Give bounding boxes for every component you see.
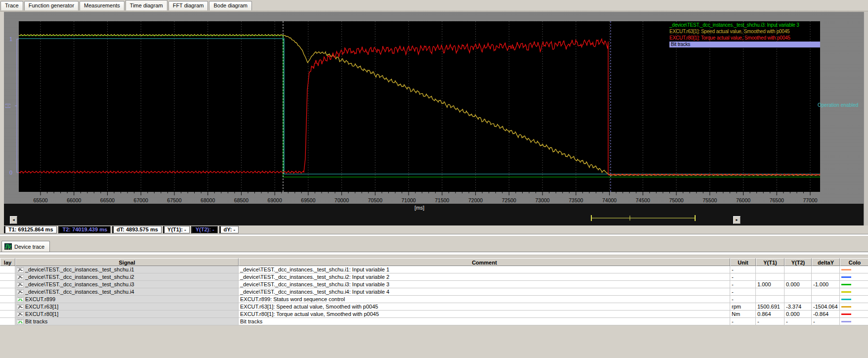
yt1-cell <box>756 288 785 295</box>
color-cell <box>840 273 868 280</box>
column-header-y(t2)[interactable]: Y(T2) <box>785 258 812 266</box>
color-cell <box>840 296 868 303</box>
table-row[interactable]: EXCUT.r63[1]EXCUT.r63[1]: Speed actual v… <box>0 303 868 311</box>
scroll-right-button[interactable]: ► <box>733 216 741 224</box>
deltay-cell: -0.864 <box>812 311 840 317</box>
readout-t2[interactable]: T2: 74019.439 ms <box>58 226 111 233</box>
tab-time-diagram[interactable]: Time diagram <box>125 0 167 10</box>
x-tick-label: 76500 <box>764 197 789 203</box>
tab-fft-diagram[interactable]: FFT diagram <box>168 1 208 10</box>
x-tick-label: 74000 <box>597 197 622 203</box>
tab-trace[interactable]: Trace <box>0 1 23 10</box>
cursor-readout-bar: T1: 69125.864 msT2: 74019.439 msdT: 4893… <box>0 225 868 233</box>
color-cell <box>840 311 868 317</box>
readout-yt2[interactable]: Y(T2): - <box>191 226 218 233</box>
comment-cell: EXCUT.r80[1]: Torque actual value, Smoot… <box>239 311 730 317</box>
device-trace-tab-label: Device trace <box>14 244 44 250</box>
device-trace-tab[interactable]: Device trace <box>1 241 50 252</box>
signal-cell: Bit tracks <box>15 318 239 325</box>
signal-cell: EXCUT.r63[1] <box>15 303 239 310</box>
table-row[interactable]: EXCUT.r80[1]EXCUT.r80[1]: Torque actual … <box>0 311 868 318</box>
deltay-cell <box>812 273 840 280</box>
yt2-cell: 0.000 <box>785 311 812 317</box>
unit-cell: - <box>730 273 756 280</box>
color-cell <box>840 318 868 325</box>
yt2-cell: - <box>785 318 812 325</box>
signal-cell: EXCUT.r80[1] <box>15 311 239 317</box>
trace-tool-window: TraceFunction generatorMeasurementsTime … <box>0 0 868 358</box>
bit-signal-icon <box>17 319 24 324</box>
diagram-tabbar: TraceFunction generatorMeasurementsTime … <box>0 0 868 11</box>
y-axis-bracket: 1 0 [-] <box>4 21 19 192</box>
table-row[interactable]: _device\TEST._dcc_instances._test_shchu.… <box>0 281 868 288</box>
deltay-cell <box>812 266 840 273</box>
table-row[interactable]: Bit tracksBit tracks---- <box>0 318 868 325</box>
analog-signal-icon <box>17 274 24 280</box>
yt1-cell <box>756 296 785 303</box>
legend-entry: EXCUT.r80[1]: Torque actual value, Smoot… <box>669 35 820 41</box>
x-tick-label: 69500 <box>296 197 321 203</box>
tab-measurements[interactable]: Measurements <box>80 1 124 10</box>
column-header-comment[interactable]: Comment <box>239 258 730 266</box>
table-row[interactable]: _device\TEST._dcc_instances._test_shchu.… <box>0 273 868 281</box>
comment-cell: Bit tracks <box>239 318 730 325</box>
pane-groove <box>0 252 868 255</box>
deltay-cell <box>812 288 840 295</box>
y-unit-label: [-] <box>5 103 10 108</box>
table-header: laySignalCommentUnitY(T1)Y(T2)deltaYColo <box>0 258 868 266</box>
unit-cell: - <box>730 281 756 288</box>
analog-signal-icon <box>17 289 24 295</box>
x-tick-label: 70000 <box>330 197 354 203</box>
x-tick-label: 67500 <box>162 197 187 203</box>
readout-yt1[interactable]: Y(T1): - <box>163 226 190 233</box>
table-row[interactable]: _device\TEST._dcc_instances._test_shchu.… <box>0 266 868 273</box>
time-scrollbar[interactable]: [ms] ◄ ► <box>4 204 864 225</box>
signal-color-swatch <box>841 299 851 300</box>
plot-area[interactable]: _device\TEST._dcc_instances._test_shchu.… <box>19 21 820 192</box>
vertical-scrollbar[interactable] <box>864 12 868 225</box>
input-variable-3-trace <box>19 36 820 177</box>
operation-enabled-bit-trace <box>19 39 820 174</box>
yt2-cell <box>785 273 812 280</box>
display-cell <box>0 303 15 310</box>
display-cell <box>0 266 15 273</box>
legend-entry: _device\TEST._dcc_instances._test_shchu.… <box>669 22 820 28</box>
zoom-range-slider[interactable] <box>591 215 696 221</box>
column-header-signal[interactable]: Signal <box>15 258 239 266</box>
column-header-unit[interactable]: Unit <box>730 258 756 266</box>
pane-divider <box>0 234 868 236</box>
signal-cell: _device\TEST._dcc_instances._test_shchu.… <box>15 266 239 273</box>
bit-signal-icon <box>17 297 24 302</box>
x-tick-label: 70500 <box>363 197 387 203</box>
column-header-y(t1)[interactable]: Y(T1) <box>756 258 785 266</box>
tab-function-generator[interactable]: Function generator <box>24 1 79 10</box>
x-tick-label: 75500 <box>698 197 722 203</box>
x-tick-label: 66500 <box>95 197 120 203</box>
x-tick-label: 75000 <box>664 197 689 203</box>
scroll-left-button[interactable]: ◄ <box>10 216 17 224</box>
x-tick-label: 77000 <box>798 197 823 203</box>
speed-actual-trace <box>19 34 820 176</box>
signal-color-swatch <box>841 313 851 315</box>
y-axis: 1 0 [-] <box>4 21 19 192</box>
readout-dt[interactable]: dT: 4893.575 ms <box>112 226 162 233</box>
unit-cell: Nm <box>730 311 756 317</box>
torque-actual-trace <box>19 39 820 175</box>
column-header-colo[interactable]: Colo <box>840 258 868 266</box>
yt1-cell: 0.864 <box>756 311 785 317</box>
readout-t1[interactable]: T1: 69125.864 ms <box>4 226 57 233</box>
table-row[interactable]: EXCUT.r899EXCUT.r899: Status word sequen… <box>0 296 868 303</box>
time-diagram-chart: 1 0 [-] _device\TEST._dcc_instances._tes… <box>4 12 864 225</box>
deltay-cell: - <box>812 318 840 325</box>
column-header-lay[interactable]: lay <box>0 258 15 266</box>
yt2-cell <box>785 296 812 303</box>
x-tick-label: 66000 <box>62 197 86 203</box>
deltay-cell: -1504.064 <box>812 303 840 310</box>
analog-signal-icon <box>17 282 24 287</box>
table-row[interactable]: _device\TEST._dcc_instances._test_shchu.… <box>0 288 868 296</box>
readout-dy[interactable]: dY: - <box>219 226 239 233</box>
x-tick-label: 73500 <box>564 197 588 203</box>
tab-bode-diagram[interactable]: Bode diagram <box>209 1 252 10</box>
column-header-deltay[interactable]: deltaY <box>812 258 840 266</box>
unit-cell: rpm <box>730 303 756 310</box>
